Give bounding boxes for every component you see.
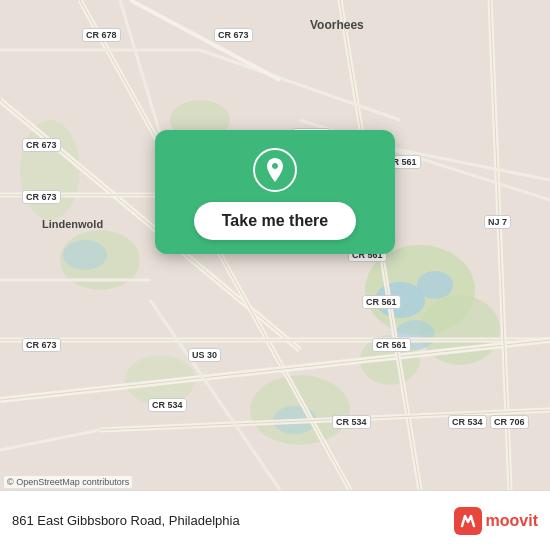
road-label-cr673-left2: CR 673: [22, 190, 61, 204]
city-label-lindenwold: Lindenwold: [42, 218, 103, 230]
address-text: 861 East Gibbsboro Road, Philadelphia: [12, 513, 240, 528]
popup-card: Take me there: [155, 130, 395, 254]
road-label-cr534-c: CR 534: [448, 415, 487, 429]
road-label-cr561-d: CR 561: [362, 295, 401, 309]
svg-point-12: [63, 240, 107, 270]
road-label-cr673-bottom: CR 673: [22, 338, 61, 352]
svg-point-8: [20, 120, 80, 220]
moovit-logo: moovit: [454, 507, 538, 535]
road-label-cr706: CR 706: [490, 415, 529, 429]
road-label-cr534-b: CR 534: [332, 415, 371, 429]
moovit-label: moovit: [486, 512, 538, 530]
road-label-cr673-left: CR 673: [22, 138, 61, 152]
road-label-cr561-e: CR 561: [372, 338, 411, 352]
bottom-bar: 861 East Gibbsboro Road, Philadelphia mo…: [0, 490, 550, 550]
road-label-cr673-top: CR 673: [214, 28, 253, 42]
moovit-icon: [454, 507, 482, 535]
road-label-cr534-a: CR 534: [148, 398, 187, 412]
location-pin-icon: [253, 148, 297, 192]
map-attribution-overlay: © OpenStreetMap contributors: [4, 476, 132, 488]
road-label-us30: US 30: [188, 348, 221, 362]
map-container: Voorhees Lindenwold CR 678 CR 673 CR 673…: [0, 0, 550, 490]
svg-point-10: [417, 271, 453, 299]
road-label-nj: NJ 7: [484, 215, 511, 229]
road-label-cr678: CR 678: [82, 28, 121, 42]
take-me-there-button[interactable]: Take me there: [194, 202, 356, 240]
city-label-voorhees: Voorhees: [310, 18, 364, 32]
